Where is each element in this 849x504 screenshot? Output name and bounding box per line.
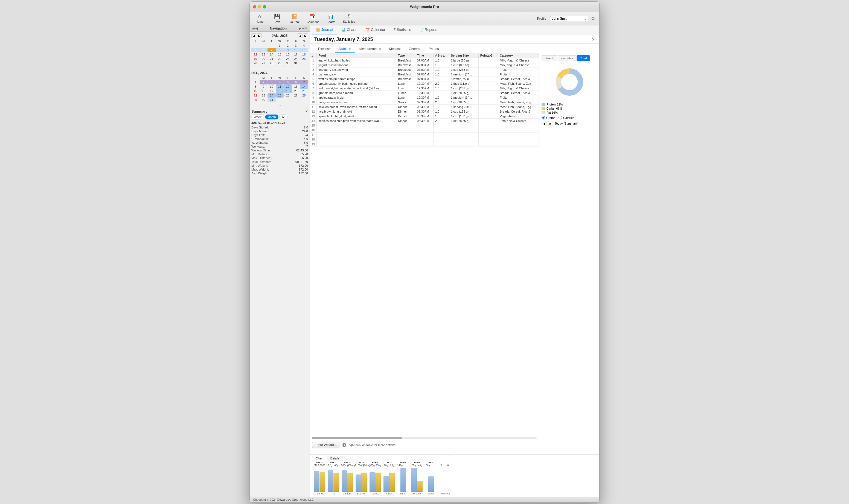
dec-cal-day[interactable]: 12 (284, 85, 292, 89)
summary-tab-all[interactable]: All (279, 114, 288, 120)
table-row[interactable]: 17 (310, 132, 539, 137)
dec-cal-day[interactable]: 9 (260, 85, 268, 89)
jan-cal-day[interactable] (260, 43, 268, 48)
toolbar-save[interactable]: 💾 Save (272, 14, 282, 23)
chart-panel-search-tab[interactable]: Search (541, 55, 557, 61)
chart-panel-favorites-tab[interactable]: Favorites (558, 55, 576, 61)
summary-close-btn[interactable]: ✕ (305, 110, 308, 113)
toolbar-statistics[interactable]: Σ Statistics (343, 14, 355, 23)
jan-cal-day[interactable]: 13 (260, 52, 268, 57)
dec-cal-day[interactable]: 21 (300, 89, 308, 93)
dec-cal-day[interactable]: 3 (267, 80, 276, 85)
dec-cal-day[interactable]: 2 (260, 80, 268, 85)
jan-cal-day[interactable]: 18 (300, 52, 308, 57)
sub-tab-measurements[interactable]: Measurements (356, 46, 385, 53)
dec-cal-day[interactable]: 18 (276, 89, 284, 93)
dec-cal-day[interactable]: 20 (292, 89, 300, 93)
tab-journal[interactable]: 📔 Journal (312, 25, 337, 34)
maximize-button[interactable] (263, 5, 266, 8)
jan-cal-day[interactable]: 10 (292, 48, 300, 52)
radio-calories[interactable] (558, 116, 562, 120)
close-button[interactable] (253, 5, 256, 8)
jan-cal-day[interactable]: 1 (276, 43, 284, 48)
summary-tab-week[interactable]: Week (252, 114, 264, 120)
jan-cal-day[interactable]: 30 (284, 61, 292, 65)
toolbar-calendar[interactable]: 📅 Calendar (307, 14, 319, 23)
table-row[interactable]: 5waffles,pln,prep from recipeBreakfast07… (310, 77, 539, 82)
sub-tab-photos[interactable]: Photos (425, 46, 443, 53)
toolbar-journal[interactable]: 📔 Journal (289, 14, 300, 23)
dec-cal-day[interactable]: 29 (252, 97, 260, 102)
dec-cal-day[interactable] (276, 97, 284, 102)
jan-cal-day[interactable]: 15 (276, 52, 284, 57)
jan-cal-day[interactable]: 21 (267, 57, 276, 61)
food-table-wrapper[interactable]: # Food Type Time # Srvs. Serving Size Po… (310, 53, 539, 436)
nav-prev-btn[interactable]: ◀ (255, 26, 258, 30)
dec-cal-day[interactable]: 16 (260, 89, 268, 93)
dec-cal-day[interactable]: 15 (252, 89, 260, 93)
chart-prev-btn[interactable]: ◀ (541, 121, 547, 126)
toolbar-charts[interactable]: 📊 Charts (326, 14, 336, 23)
table-row[interactable]: 12rice,brown,long-grain,ckdDinner06:30PM… (310, 109, 539, 114)
jan-cal-day[interactable]: 12 (252, 52, 260, 57)
table-row[interactable]: 8granola bars,hard,almondLunch12:30PM1.0… (310, 91, 539, 95)
profile-input[interactable] (550, 16, 588, 21)
food-table-scrollbar[interactable] (312, 437, 537, 439)
dec-cal-day[interactable]: 8 (252, 85, 260, 89)
dec-cal-day[interactable] (292, 97, 300, 102)
tab-charts[interactable]: 📊 Charts (337, 25, 361, 34)
minimize-button[interactable] (258, 5, 261, 8)
jan-cal-day[interactable]: 25 (300, 57, 308, 61)
table-row[interactable]: 2yogurt,fruit var,non-fatBreakfast07:00A… (310, 63, 539, 68)
jan-cal-day[interactable]: 29 (276, 61, 284, 65)
dec-cal-day[interactable]: 26 (284, 93, 292, 97)
journal-close-btn[interactable]: ✕ (591, 37, 595, 42)
radio-grams-label[interactable]: Grams (541, 116, 555, 120)
tab-statistics[interactable]: Σ Statistics (390, 25, 415, 34)
jan-cal-day[interactable]: 22 (276, 57, 284, 61)
tab-calendar[interactable]: 📅 Calendar (362, 25, 389, 34)
table-row[interactable]: 10nuts,cashew nuts,rawSnack02:30PM2.01 o… (310, 100, 539, 105)
dec-cal-day[interactable]: 6 (292, 80, 300, 85)
sub-tab-medical[interactable]: Medical (385, 46, 404, 53)
dec-cal-day[interactable] (300, 97, 308, 102)
dec-cal-day[interactable]: 22 (252, 93, 260, 97)
dec-cal-day[interactable]: 23 (260, 93, 268, 97)
jan-cal-day[interactable]: 7 (267, 48, 276, 52)
nav-next-next-btn[interactable]: ⏭ (301, 26, 305, 30)
input-wizard-btn[interactable]: Input Wizard... (312, 442, 340, 448)
jan-cal-day[interactable]: 16 (284, 52, 292, 57)
bottom-chart-tab-chart[interactable]: Chart (312, 456, 327, 461)
dec-cal-day[interactable] (284, 97, 292, 102)
dec-cal-day[interactable]: 10 (267, 85, 276, 89)
table-row[interactable]: 1egg,whl,ckd,hard-boiledBreakfast07:00AM… (310, 58, 539, 63)
jan-cal-day[interactable]: 4 (300, 43, 308, 48)
radio-grams[interactable] (541, 116, 545, 120)
jan-cal-day[interactable]: 31 (292, 61, 300, 65)
jan-cal-day[interactable]: 5 (252, 48, 260, 52)
jan-cal-day[interactable]: 3 (292, 43, 300, 48)
jan-cal-day[interactable]: 24 (292, 57, 300, 61)
table-row[interactable]: 15 (310, 123, 539, 128)
dec-cal-day[interactable]: 27 (292, 93, 300, 97)
jan-cal-day[interactable]: 2 (284, 43, 292, 48)
jan-cal-day[interactable]: 26 (252, 61, 260, 65)
radio-calories-label[interactable]: Calories (558, 116, 574, 120)
jan-cal-day[interactable] (300, 61, 308, 65)
table-row[interactable]: 3cranberry juc,unswtndBreakfast07:00AM1.… (310, 68, 539, 72)
table-row[interactable]: 4bananas,rawBreakfast07:00AM1.01 medium … (310, 72, 539, 77)
bottom-chart-tab-details[interactable]: Details (327, 456, 343, 461)
table-row[interactable]: 13spinach,ckd,bld,drnd,w/saltDinner06:30… (310, 114, 539, 119)
jan-cal-day[interactable]: 11 (300, 48, 308, 52)
table-row[interactable]: 14cookies,choc chip,prep from recipe,mad… (310, 119, 539, 123)
dec-cal-day[interactable]: 17 (267, 89, 276, 93)
jan-cal-day[interactable]: 28 (267, 61, 276, 65)
jan-cal-day[interactable]: 14 (267, 52, 276, 57)
tab-reports[interactable]: 📄 Reports (415, 25, 441, 34)
summary-tab-month[interactable]: Month (265, 114, 278, 120)
table-row[interactable]: 9apples,raw,with skinLunch12:30PM1.01 me… (310, 95, 539, 100)
settings-button[interactable]: ⚙ (591, 16, 595, 21)
table-row[interactable]: 11chicken breast, oven-roasted, fat-free… (310, 105, 539, 109)
jan-cal-day[interactable]: 6 (260, 48, 268, 52)
jan-cal-day[interactable]: 27 (260, 61, 268, 65)
